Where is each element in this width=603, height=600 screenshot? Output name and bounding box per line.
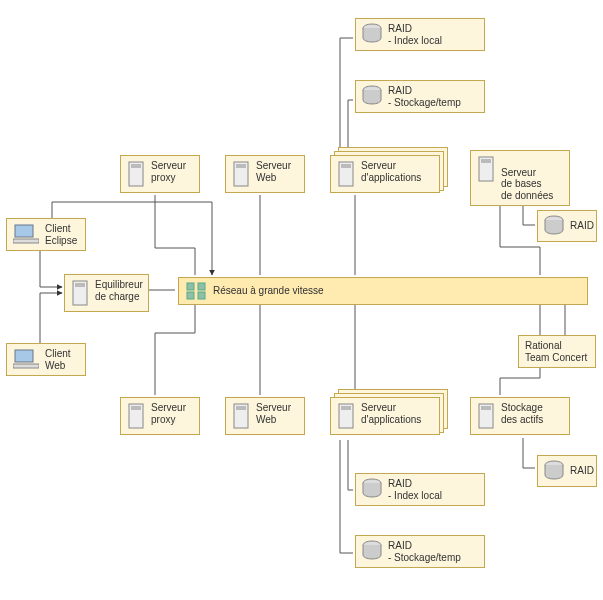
server-icon	[337, 402, 355, 430]
server-proxy-bottom: Serveur proxy	[120, 397, 200, 435]
svg-rect-18	[198, 292, 205, 299]
server-web-bottom: Serveur Web	[225, 397, 305, 435]
server-proxy-top: Serveur proxy	[120, 155, 200, 193]
server-icon	[477, 402, 495, 430]
server-database: Serveurde bases de données	[470, 150, 570, 206]
svg-rect-26	[341, 406, 351, 410]
server-applications-bottom: Serveur d'applications	[330, 397, 440, 435]
svg-rect-7	[341, 164, 351, 168]
server-label: Serveurde bases de données	[501, 155, 553, 201]
raid-label: RAID	[570, 220, 594, 232]
load-balancer-label: Equilibreur de charge	[95, 279, 143, 302]
disk-icon	[544, 215, 564, 237]
disk-icon	[362, 23, 382, 45]
raid-label: RAID - Stockage/temp	[388, 85, 461, 108]
server-label: Serveur d'applications	[361, 160, 421, 183]
disk-icon	[544, 460, 564, 482]
disk-icon	[362, 478, 382, 500]
client-web: Client Web	[6, 343, 86, 376]
client-eclipse: Client Eclipse	[6, 218, 86, 251]
server-web-top: Serveur Web	[225, 155, 305, 193]
raid-label: RAID	[570, 465, 594, 477]
raid-label: RAID - Stockage/temp	[388, 540, 461, 563]
raid-label: RAID - Index local	[388, 478, 442, 501]
high-speed-network: Réseau à grande vitesse	[178, 277, 588, 305]
hub-icon	[185, 281, 207, 301]
server-icon	[232, 402, 250, 430]
raid-label: RAID - Index local	[388, 23, 442, 46]
svg-rect-15	[187, 283, 194, 290]
server-label: Serveur Web	[256, 160, 291, 183]
storage-label: Stockage des actifs	[501, 402, 543, 425]
server-label: Serveur proxy	[151, 160, 186, 183]
server-icon	[337, 160, 355, 188]
svg-rect-3	[131, 164, 141, 168]
server-label: Serveur Web	[256, 402, 291, 425]
load-balancer: Equilibreur de charge	[64, 274, 149, 312]
svg-rect-22	[131, 406, 141, 410]
raid-index-local-bottom: RAID - Index local	[355, 473, 485, 506]
svg-rect-9	[481, 159, 491, 163]
raid-assets: RAID	[537, 455, 597, 487]
svg-rect-11	[15, 225, 33, 237]
svg-rect-17	[187, 292, 194, 299]
raid-stockage-temp-top: RAID - Stockage/temp	[355, 80, 485, 113]
client-icon	[13, 348, 39, 370]
raid-db: RAID	[537, 210, 597, 242]
server-icon	[232, 160, 250, 188]
svg-rect-12	[13, 239, 39, 243]
server-icon	[127, 402, 145, 430]
server-icon	[71, 279, 89, 307]
server-icon	[477, 155, 495, 183]
asset-storage: Stockage des actifs	[470, 397, 570, 435]
rational-team-concert: Rational Team Concert	[518, 335, 596, 368]
svg-rect-19	[15, 350, 33, 362]
disk-icon	[362, 540, 382, 562]
disk-icon	[362, 85, 382, 107]
server-label: Serveur d'applications	[361, 402, 421, 425]
svg-rect-24	[236, 406, 246, 410]
client-label: Client Eclipse	[45, 223, 77, 246]
svg-rect-14	[75, 283, 85, 287]
server-icon	[127, 160, 145, 188]
raid-stockage-temp-bottom: RAID - Stockage/temp	[355, 535, 485, 568]
raid-index-local-top: RAID - Index local	[355, 18, 485, 51]
server-label: Serveur proxy	[151, 402, 186, 425]
svg-rect-5	[236, 164, 246, 168]
server-applications-top: Serveur d'applications	[330, 155, 440, 193]
svg-rect-28	[481, 406, 491, 410]
rtc-label: Rational Team Concert	[525, 340, 587, 363]
svg-rect-20	[13, 364, 39, 368]
client-icon	[13, 223, 39, 245]
svg-rect-16	[198, 283, 205, 290]
client-label: Client Web	[45, 348, 71, 371]
hub-label: Réseau à grande vitesse	[213, 285, 324, 297]
